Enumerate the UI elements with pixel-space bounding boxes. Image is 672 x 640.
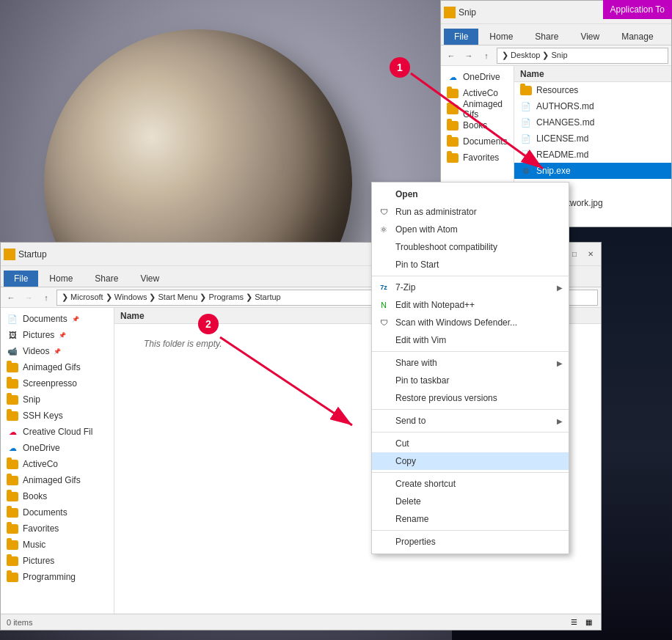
tab-home-startup[interactable]: Home: [38, 270, 84, 287]
menu-item-send-to[interactable]: Send to ▶: [372, 412, 569, 430]
folder-icon: [7, 411, 18, 421]
sidebar-item-snip[interactable]: Snip: [1, 391, 114, 408]
snip-sidebar-animaged[interactable]: Animaged Gifs: [441, 101, 514, 117]
app-tab-label: Application To: [610, 4, 665, 15]
menu-item-share-with[interactable]: Share with ▶: [372, 354, 569, 372]
snip-up-button[interactable]: ↑: [479, 48, 494, 63]
folder-icon: [7, 573, 18, 582]
menu-item-label: Open: [395, 189, 418, 199]
exe-file-icon: ⚙: [520, 165, 532, 177]
menu-item-copy[interactable]: Copy: [372, 452, 569, 470]
menu-item-troubleshoot[interactable]: Troubleshoot compatibility: [372, 238, 569, 256]
pin-icon: 📌: [72, 316, 79, 323]
sidebar-item-music[interactable]: Music: [1, 537, 114, 553]
snip-sidebar-books[interactable]: Books: [441, 117, 514, 133]
tab-share-startup[interactable]: Share: [84, 270, 129, 287]
menu-item-delete[interactable]: Delete: [372, 493, 569, 510]
maximize-button[interactable]: □: [567, 247, 582, 262]
tab-view-startup[interactable]: View: [129, 270, 170, 287]
pin-icon: 📌: [54, 348, 61, 355]
file-item-readme[interactable]: 📄 README.md: [514, 147, 671, 163]
sidebar-item-label: Screenpresso: [23, 378, 77, 389]
sidebar-item-creative-cloud[interactable]: ☁ Creative Cloud Fil: [1, 424, 114, 440]
startup-status-bar: 0 items ☰ ▦: [1, 614, 601, 630]
file-item-snip-exe[interactable]: ⚙ Snip.exe: [514, 163, 671, 179]
sidebar-item-label: SSH Keys: [23, 411, 63, 421]
up-button[interactable]: ↑: [39, 290, 54, 305]
menu-item-defender[interactable]: 🛡 Scan with Windows Defender...: [372, 314, 569, 331]
snip-tab-view[interactable]: View: [569, 28, 610, 45]
menu-item-notepadpp[interactable]: N Edit with Notepad++: [372, 296, 569, 314]
md-file-icon: 📄: [520, 100, 532, 112]
snip-tab-manage[interactable]: Manage: [610, 28, 664, 45]
snip-sidebar-favorites[interactable]: Favorites: [441, 150, 514, 166]
tab-file-startup[interactable]: File: [4, 271, 38, 287]
menu-item-label: Restore previous versions: [395, 393, 497, 403]
menu-item-rename[interactable]: Rename: [372, 510, 569, 528]
file-item-resources[interactable]: Resources: [514, 82, 671, 98]
sidebar-item-ssh-keys[interactable]: SSH Keys: [1, 408, 114, 424]
details-view-button[interactable]: ☰: [567, 616, 580, 629]
sidebar-item-pictures[interactable]: Pictures: [1, 553, 114, 569]
menu-item-open-atom[interactable]: ⚛ Open with Atom: [372, 221, 569, 238]
snip-tab-home[interactable]: Home: [478, 28, 524, 45]
snip-back-button[interactable]: ←: [444, 48, 459, 63]
sidebar-item-animaged-gifs[interactable]: Animaged Gifs: [1, 359, 114, 375]
context-menu: Open 🛡 Run as administrator ⚛ Open with …: [371, 182, 569, 554]
file-item-changes[interactable]: 📄 CHANGES.md: [514, 114, 671, 130]
snip-tab-file[interactable]: File: [444, 29, 478, 45]
sidebar-item-pictures-pinned[interactable]: 🖼 Pictures 📌: [1, 327, 114, 343]
file-item-authors[interactable]: 📄 AUTHORS.md: [514, 98, 671, 114]
menu-item-label: Edit with Notepad++: [395, 300, 475, 310]
menu-item-pin-start[interactable]: Pin to Start: [372, 256, 569, 273]
sidebar-item-animaged-gifs-2[interactable]: Animaged Gifs: [1, 472, 114, 488]
menu-item-label: Share with: [395, 358, 437, 368]
md-file-icon: 📄: [520, 149, 532, 161]
sidebar-item-label: ActiveCo: [463, 88, 498, 98]
back-button[interactable]: ←: [4, 290, 18, 305]
menu-item-label: Run as administrator: [395, 207, 477, 217]
sidebar-item-label: Favorites: [23, 523, 59, 534]
sidebar-item-label: OneDrive: [463, 72, 500, 82]
sidebar-item-favorites[interactable]: Favorites: [1, 521, 114, 537]
snip-forward-button[interactable]: →: [461, 48, 476, 63]
folder-icon: [7, 556, 18, 566]
sidebar-item-documents[interactable]: Documents: [1, 504, 114, 521]
forward-button[interactable]: →: [21, 290, 36, 305]
large-icons-view-button[interactable]: ▦: [582, 616, 595, 629]
menu-item-label: Delete: [395, 496, 421, 507]
menu-item-create-shortcut[interactable]: Create shortcut: [372, 475, 569, 493]
menu-item-restore-versions[interactable]: Restore previous versions: [372, 389, 569, 407]
folder-icon: [447, 153, 459, 163]
submenu-arrow: ▶: [557, 417, 563, 425]
menu-item-open[interactable]: Open: [372, 185, 569, 203]
menu-item-label: Create shortcut: [395, 479, 456, 489]
snip-sidebar-onedrive[interactable]: ☁ OneDrive: [441, 69, 514, 85]
sidebar-item-activeco[interactable]: ActiveCo: [1, 456, 114, 472]
menu-item-vim[interactable]: Edit with Vim: [372, 331, 569, 349]
sidebar-item-onedrive[interactable]: ☁ OneDrive: [1, 440, 114, 456]
sidebar-item-screenpresso[interactable]: Screenpresso: [1, 375, 114, 391]
menu-item-7zip[interactable]: 7z 7-Zip ▶: [372, 279, 569, 296]
menu-item-cut[interactable]: Cut: [372, 435, 569, 452]
folder-icon: [520, 86, 532, 95]
menu-item-pin-taskbar[interactable]: Pin to taskbar: [372, 372, 569, 389]
snip-tab-share[interactable]: Share: [524, 28, 569, 45]
sidebar-item-documents-pinned[interactable]: 📄 Documents 📌: [1, 311, 114, 327]
menu-item-run-as-admin[interactable]: 🛡 Run as administrator: [372, 203, 569, 221]
file-name: Snip.exe: [536, 166, 571, 176]
file-name: LICENSE.md: [536, 133, 588, 144]
folder-icon: [447, 121, 459, 130]
file-item-license[interactable]: 📄 LICENSE.md: [514, 130, 671, 147]
sidebar-item-label: Pictures: [23, 330, 54, 340]
sidebar-item-programming[interactable]: Programming: [1, 569, 114, 585]
onedrive-icon: ☁: [7, 442, 18, 454]
application-tab: Application To: [603, 0, 673, 19]
close-button[interactable]: ✕: [583, 247, 598, 262]
snip-address-bar[interactable]: ❯ Desktop ❯ Snip: [497, 48, 668, 64]
submenu-arrow: ▶: [557, 284, 563, 292]
snip-sidebar-documents[interactable]: Documents: [441, 133, 514, 150]
menu-item-properties[interactable]: Properties: [372, 533, 569, 551]
sidebar-item-videos-pinned[interactable]: 📹 Videos 📌: [1, 343, 114, 359]
sidebar-item-books[interactable]: Books: [1, 488, 114, 504]
